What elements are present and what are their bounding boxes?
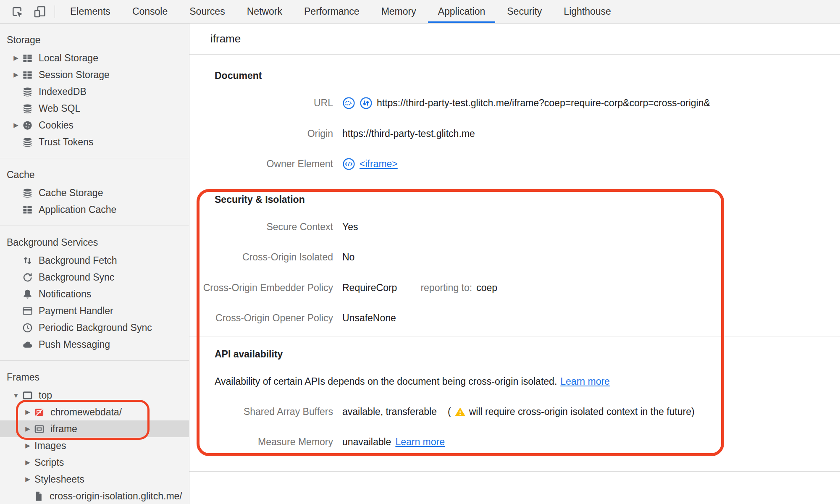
chevron-right-icon[interactable]: ▶ xyxy=(23,442,33,449)
reveal-in-elements-icon[interactable] xyxy=(342,97,355,110)
tab-performance[interactable]: Performance xyxy=(293,0,370,23)
sidebar-item-background-fetch[interactable]: ▶ Background Fetch xyxy=(0,252,189,269)
chevron-right-icon[interactable]: ▶ xyxy=(23,425,33,433)
tab-application[interactable]: Application xyxy=(427,0,496,23)
tab-memory[interactable]: Memory xyxy=(370,0,427,23)
panel-tabs: Elements Console Sources Network Perform… xyxy=(59,0,622,23)
shared-array-buffers-value: available, transferable xyxy=(342,406,437,417)
url-row: URL https://third-party-test.glitch.me/i… xyxy=(189,94,840,111)
tab-elements[interactable]: Elements xyxy=(59,0,121,23)
sidebar-item-label: Cache Storage xyxy=(39,187,103,199)
tab-security[interactable]: Security xyxy=(496,0,553,23)
api-learn-more-link[interactable]: Learn more xyxy=(560,376,610,387)
sidebar-item-web-sql[interactable]: ▶ Web SQL xyxy=(0,100,189,117)
owner-element-link[interactable]: <iframe> xyxy=(360,158,398,170)
owner-element-label: Owner Element xyxy=(189,158,333,170)
chevron-right-icon[interactable]: ▶ xyxy=(23,459,33,466)
sidebar-item-label: Background Fetch xyxy=(39,255,117,266)
sidebar-item-frame-iframe[interactable]: ▶ iframe xyxy=(0,420,189,437)
sidebar-item-label: Background Sync xyxy=(39,272,114,283)
tab-lighthouse[interactable]: Lighthouse xyxy=(553,0,622,23)
sidebar-item-label: Local Storage xyxy=(39,52,98,64)
section-divider xyxy=(189,182,840,182)
up-down-arrows-icon xyxy=(22,255,33,266)
measure-memory-row: Measure Memory unavailable Learn more xyxy=(189,433,840,450)
warning-icon xyxy=(454,406,466,417)
coep-reporting-label: reporting to: xyxy=(420,282,472,294)
chevron-right-icon[interactable]: ▶ xyxy=(23,408,33,416)
document-section-heading: Document xyxy=(215,68,262,83)
sidebar-item-label: Application Cache xyxy=(39,204,116,215)
payment-card-icon xyxy=(22,305,33,317)
sidebar-item-indexeddb[interactable]: ▶ IndexedDB xyxy=(0,83,189,100)
chevron-right-icon[interactable]: ▶ xyxy=(11,54,21,62)
table-icon xyxy=(22,204,33,215)
sync-icon xyxy=(22,272,33,283)
origin-value: https://third-party-test.glitch.me xyxy=(342,128,475,139)
iframe-icon xyxy=(34,423,45,435)
device-toolbar-icon[interactable] xyxy=(33,5,47,19)
sidebar-item-push-messaging[interactable]: ▶ Push Messaging xyxy=(0,336,189,353)
section-cache: Cache ▶ Cache Storage ▶ Application Cach… xyxy=(0,158,189,226)
coep-row: Cross-Origin Embedder Policy RequireCorp… xyxy=(189,279,840,296)
section-title-storage: Storage xyxy=(0,30,189,50)
bell-icon xyxy=(22,289,33,300)
section-storage: Storage ▶ Local Storage ▶ Session Storag… xyxy=(0,24,189,158)
sidebar-item-label: Trust Tokens xyxy=(39,136,93,148)
reveal-in-network-icon[interactable] xyxy=(360,97,373,110)
chevron-down-icon[interactable]: ▼ xyxy=(11,392,21,399)
chevron-right-icon[interactable]: ▶ xyxy=(23,475,33,483)
tab-network[interactable]: Network xyxy=(236,0,293,23)
chevron-right-icon[interactable]: ▶ xyxy=(11,71,21,79)
sidebar-item-application-cache[interactable]: ▶ Application Cache xyxy=(0,201,189,218)
cross-origin-isolated-row: Cross-Origin Isolated No xyxy=(189,249,840,265)
measure-memory-label: Measure Memory xyxy=(189,436,333,448)
sidebar-item-scripts[interactable]: ▶ Scripts xyxy=(0,454,189,471)
shared-array-buffers-note: will require cross-origin isolated conte… xyxy=(469,406,695,417)
tab-console[interactable]: Console xyxy=(121,0,178,23)
sidebar-item-images[interactable]: ▶ Images xyxy=(0,437,189,454)
measure-memory-learn-more-link[interactable]: Learn more xyxy=(395,436,445,448)
secure-context-value: Yes xyxy=(342,221,358,233)
sidebar-item-periodic-background-sync[interactable]: ▶ Periodic Background Sync xyxy=(0,319,189,336)
application-sidebar: Storage ▶ Local Storage ▶ Session Storag… xyxy=(0,24,189,504)
owner-element-row: Owner Element <iframe> xyxy=(189,155,840,172)
section-background-services: Background Services ▶ Background Fetch ▶… xyxy=(0,226,189,361)
sidebar-item-background-sync[interactable]: ▶ Background Sync xyxy=(0,269,189,286)
table-icon xyxy=(22,69,33,81)
tab-sources[interactable]: Sources xyxy=(178,0,236,23)
devtools-toolbar: Elements Console Sources Network Perform… xyxy=(0,0,840,24)
inspect-element-icon[interactable] xyxy=(10,5,24,19)
sidebar-item-stylesheets[interactable]: ▶ Stylesheets xyxy=(0,471,189,488)
sidebar-item-session-storage[interactable]: ▶ Session Storage xyxy=(0,66,189,83)
sidebar-item-local-storage[interactable]: ▶ Local Storage xyxy=(0,50,189,66)
sidebar-item-cross-origin-isolation[interactable]: cross-origin-isolation.glitch.me/ xyxy=(0,488,189,504)
section-divider xyxy=(189,471,840,472)
toolbar-divider xyxy=(55,5,55,18)
sidebar-item-cookies[interactable]: ▶ Cookies xyxy=(0,117,189,134)
cloud-icon xyxy=(22,339,33,350)
sidebar-item-frame-chromewebdata[interactable]: ▶ chromewebdata/ xyxy=(0,404,189,420)
sidebar-item-label: chromewebdata/ xyxy=(50,407,122,418)
sidebar-item-label: cross-origin-isolation.glitch.me/ xyxy=(50,491,182,502)
coep-value: RequireCorp xyxy=(342,282,397,294)
database-icon xyxy=(22,136,33,148)
sidebar-item-label: Web SQL xyxy=(39,103,80,114)
sidebar-item-notifications[interactable]: ▶ Notifications xyxy=(0,286,189,302)
sidebar-item-frame-top[interactable]: ▼ top xyxy=(0,387,189,404)
sidebar-item-trust-tokens[interactable]: ▶ Trust Tokens xyxy=(0,134,189,150)
sidebar-item-label: Stylesheets xyxy=(34,474,84,485)
frame-details-view: iframe Document URL https://third-party-… xyxy=(189,24,840,504)
shared-array-buffers-row: Shared Array Buffers available, transfer… xyxy=(189,403,840,420)
sidebar-item-label: Push Messaging xyxy=(39,339,110,350)
chevron-right-icon[interactable]: ▶ xyxy=(11,121,21,129)
sidebar-item-cache-storage[interactable]: ▶ Cache Storage xyxy=(0,184,189,201)
secure-context-label: Secure Context xyxy=(189,221,333,233)
security-section-heading: Security & Isolation xyxy=(215,192,305,207)
code-element-icon[interactable] xyxy=(342,158,355,171)
sidebar-item-payment-handler[interactable]: ▶ Payment Handler xyxy=(0,302,189,319)
frame-details-title: iframe xyxy=(189,24,840,55)
section-divider xyxy=(189,336,840,336)
database-icon xyxy=(22,103,33,114)
secure-context-row: Secure Context Yes xyxy=(189,218,840,235)
